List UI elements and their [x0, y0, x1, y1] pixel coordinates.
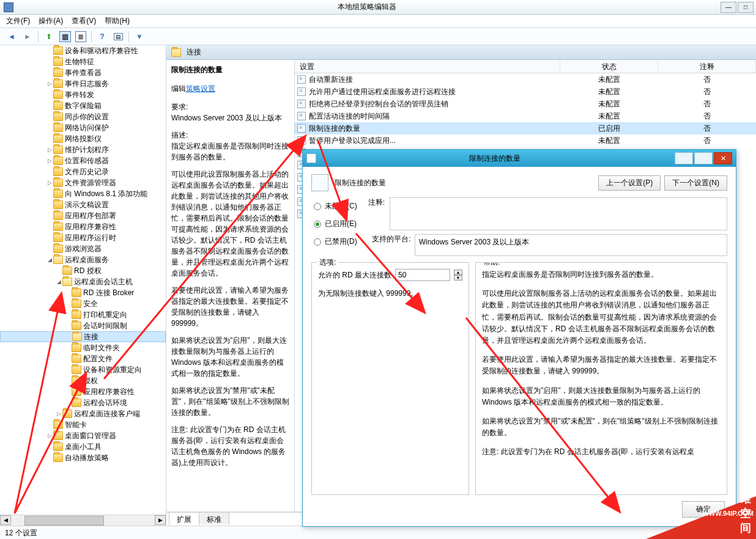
options-hint: 为无限制连接数键入 999999。	[318, 288, 462, 299]
menu-help[interactable]: 帮助(H)	[105, 16, 130, 26]
edit-label: 编辑	[171, 84, 186, 93]
edit-policy-link[interactable]: 策略设置	[186, 84, 215, 94]
next-setting-button[interactable]: 下一个设置(N)	[664, 175, 727, 191]
tree-scroll[interactable]: 设备和驱动程序兼容性生物特征事件查看器▷事件日志服务事件转发数字保险箱同步你的设…	[0, 45, 166, 515]
policy-row[interactable]: 允许用户通过使用远程桌面服务进行远程连接未配置否	[295, 86, 756, 98]
tree-node[interactable]: 打印机重定向	[0, 309, 166, 320]
tree-node[interactable]: 网络投影仪	[0, 133, 166, 144]
tree-node[interactable]: 向 Windows 8.1 添加功能	[0, 188, 166, 199]
tab-extended[interactable]: 扩展	[169, 513, 199, 526]
radio-not-configured[interactable]: 未配置(C)	[314, 201, 357, 211]
req-text: Windows Server 2003 及以上版本	[171, 114, 282, 122]
col-status[interactable]: 状态	[560, 60, 658, 73]
help-box: 帮助: 指定远程桌面服务是否限制同时连接到服务器的数量。 可以使用此设置限制服务…	[475, 262, 727, 495]
policy-dialog: 限制连接的数量 — □ ✕ 限制连接的数量 上一个设置(P) 下一个设置(N) …	[302, 149, 736, 527]
tree-node[interactable]: 会话时间限制	[0, 320, 166, 331]
dialog-minimize-button[interactable]: —	[675, 152, 693, 164]
tree-node[interactable]: 临时文件夹	[0, 342, 166, 353]
back-button[interactable]: ◄	[5, 30, 18, 43]
dialog-heading: 限制连接的数量	[335, 178, 386, 188]
req-label: 要求:	[171, 103, 188, 111]
tree-node[interactable]: 应用程序包部署	[0, 210, 166, 221]
tree-node[interactable]: 应用程序运行时	[0, 232, 166, 243]
radio-disabled[interactable]: 已禁用(D)	[314, 237, 357, 247]
dialog-maximize-button[interactable]: □	[694, 152, 713, 164]
policy-row[interactable]: 自动重新连接未配置否	[295, 73, 756, 86]
tree-node[interactable]: 自动播放策略	[0, 452, 166, 463]
platform-label: 支持的平台:	[368, 234, 411, 256]
menu-action[interactable]: 操作(A)	[39, 16, 63, 26]
menu-view[interactable]: 查看(V)	[72, 16, 96, 26]
tree-node[interactable]: RD 授权	[0, 265, 166, 276]
tree-node[interactable]: ◢远程桌面会话主机	[0, 276, 166, 287]
forward-button[interactable]: ►	[21, 30, 34, 43]
tree-node[interactable]: 桌面小工具	[0, 441, 166, 452]
spinner-buttons[interactable]: ▲▼	[454, 270, 462, 280]
tree-node[interactable]: ◢远程桌面服务	[0, 254, 166, 265]
tree-node[interactable]: 设备和驱动程序兼容性	[0, 45, 166, 56]
tree-node[interactable]: 演示文稿设置	[0, 199, 166, 210]
tree-node[interactable]: RD 连接 Broker	[0, 287, 166, 298]
tree-node[interactable]: 同步你的设置	[0, 111, 166, 122]
up-button[interactable]: ⬆	[42, 30, 56, 43]
tree-node[interactable]: 网络访问保护	[0, 122, 166, 133]
max-connections-input[interactable]	[395, 269, 450, 281]
tree-node[interactable]: 事件查看器	[0, 67, 166, 78]
tree-node[interactable]: 智能卡	[0, 419, 166, 430]
policy-title: 限制连接的数量	[171, 65, 289, 75]
tree-node[interactable]: 应用程序兼容性	[0, 386, 166, 397]
tree-node[interactable]: ▷远程桌面连接客户端	[0, 408, 166, 419]
policy-row[interactable]: 配置活动连接的时间间隔未配置否	[295, 110, 756, 122]
policy-row[interactable]: 限制连接的数量已启用否	[295, 122, 756, 134]
tree-node[interactable]: 配置文件	[0, 353, 166, 364]
tree-node[interactable]: ▷位置和传感器	[0, 155, 166, 166]
tree-node[interactable]: 生物特征	[0, 56, 166, 67]
tab-standard[interactable]: 标准	[199, 513, 229, 526]
main-header: 连接	[166, 45, 756, 60]
tree-node[interactable]: ▷事件日志服务	[0, 78, 166, 89]
tree-node[interactable]: 事件转发	[0, 89, 166, 100]
scroll-thumb[interactable]	[24, 516, 104, 526]
tree-node[interactable]: 文件历史记录	[0, 166, 166, 177]
platform-text: Windows Server 2003 及以上版本	[415, 234, 727, 256]
radio-enabled[interactable]: 已启用(E)	[314, 219, 357, 229]
list-header: 设置 状态 注释	[295, 60, 756, 73]
col-comment[interactable]: 注释	[658, 60, 756, 73]
scroll-right-icon[interactable]: ▶	[155, 515, 166, 525]
tree-node[interactable]: 数字保险箱	[0, 100, 166, 111]
policy-row[interactable]: 暂停用户登录以完成应用...未配置否	[295, 134, 756, 147]
tree-node[interactable]: ▷桌面窗口管理器	[0, 430, 166, 441]
tree-node[interactable]: 连接	[0, 331, 166, 342]
col-setting[interactable]: 设置	[295, 60, 560, 73]
comment-field[interactable]	[390, 197, 727, 230]
tree-node[interactable]: 授权	[0, 375, 166, 386]
tree-node[interactable]: 安全	[0, 298, 166, 309]
filter-icon[interactable]: ▼	[133, 30, 146, 43]
scroll-left-icon[interactable]: ◀	[0, 515, 11, 525]
table-icon[interactable]: ▤	[111, 30, 125, 43]
max-connections-label: 允许的 RD 最大连接数	[318, 270, 391, 280]
tree-node[interactable]: 应用程序兼容性	[0, 221, 166, 232]
maximize-button[interactable]: □	[738, 2, 754, 13]
tree-node[interactable]: ▷文件资源管理器	[0, 177, 166, 188]
tree-hscrollbar[interactable]: ◀ ▶	[0, 515, 166, 526]
folder-icon	[171, 48, 181, 57]
tree-node[interactable]: ▷维护计划程序	[0, 144, 166, 155]
description-pane: 限制连接的数量 编辑策略设置 要求:Windows Server 2003 及以…	[166, 60, 295, 512]
options-label: 选项:	[317, 257, 338, 268]
tree-node[interactable]: 远程会话环境	[0, 397, 166, 408]
prev-setting-button[interactable]: 上一个设置(P)	[598, 175, 661, 191]
minimize-button[interactable]: —	[721, 2, 736, 13]
list-icon[interactable]: ≣	[74, 30, 87, 43]
dialog-titlebar[interactable]: 限制连接的数量 — □ ✕	[303, 150, 736, 167]
menu-file[interactable]: 文件(F)	[6, 16, 30, 26]
policy-icon	[311, 174, 328, 191]
grid-icon[interactable]: ▦	[58, 30, 72, 43]
dialog-close-button[interactable]: ✕	[714, 152, 732, 164]
help-icon[interactable]: ?	[95, 30, 109, 43]
options-box: 选项: 允许的 RD 最大连接数 ▲▼ 为无限制连接数键入 999999。	[311, 262, 469, 495]
policy-row[interactable]: 拒绝将已经登录到控制台会话的管理员注销未配置否	[295, 98, 756, 110]
tree-node[interactable]: 游戏浏览器	[0, 243, 166, 254]
tree-node[interactable]: 设备和资源重定向	[0, 364, 166, 375]
app-icon	[4, 2, 13, 12]
